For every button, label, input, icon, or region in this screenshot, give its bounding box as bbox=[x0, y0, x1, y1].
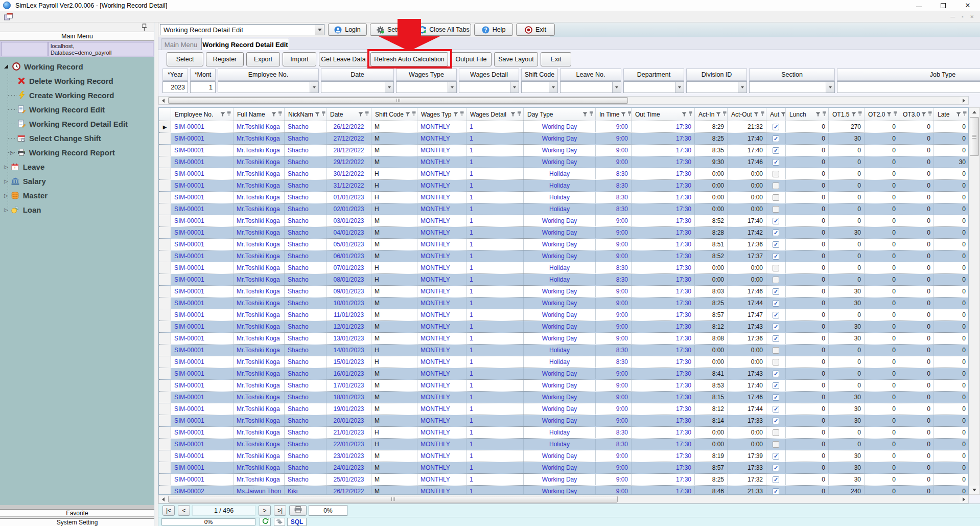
row-selector[interactable] bbox=[159, 415, 171, 426]
row-selector[interactable] bbox=[159, 262, 171, 273]
auto-checkbox[interactable]: ✓ bbox=[773, 465, 779, 471]
auto-checkbox[interactable] bbox=[773, 171, 779, 177]
row-selector[interactable] bbox=[159, 439, 171, 450]
table-row[interactable]: SIM-00001Mr.Toshiki KogaShacho20/01/2023… bbox=[159, 415, 968, 427]
table-row[interactable]: SIM-00001Mr.Toshiki KogaShacho08/01/2023… bbox=[159, 274, 968, 286]
tab-working-record-detail-edit[interactable]: Working Record Detail Edit bbox=[201, 38, 289, 51]
funnel-icon[interactable] bbox=[453, 111, 458, 118]
table-row[interactable]: SIM-00001Mr.Toshiki KogaShacho17/01/2023… bbox=[159, 380, 968, 392]
scrollbar-thumb[interactable] bbox=[970, 117, 979, 156]
auto-checkbox[interactable]: ✓ bbox=[773, 124, 779, 130]
scroll-down-arrow[interactable] bbox=[969, 486, 979, 494]
tree-expander-collapsed[interactable]: ▷ bbox=[4, 193, 8, 198]
column-header-in-time[interactable]: In Time bbox=[596, 108, 632, 121]
column-header-ot2-0[interactable]: OT2.0 bbox=[865, 108, 899, 121]
table-row[interactable]: SIM-00001Mr.Toshiki KogaShacho11/01/2023… bbox=[159, 309, 968, 321]
pin-col-icon[interactable] bbox=[227, 111, 231, 118]
funnel-icon[interactable] bbox=[781, 111, 786, 118]
row-selector[interactable] bbox=[159, 474, 171, 485]
row-selector[interactable] bbox=[159, 180, 171, 191]
refresh-status-button[interactable] bbox=[260, 518, 271, 526]
auto-checkbox[interactable] bbox=[773, 359, 779, 365]
funnel-icon[interactable] bbox=[754, 111, 759, 118]
tree-expander-collapsed[interactable]: ▷ bbox=[4, 207, 8, 213]
mdi-minimize-button[interactable]: — bbox=[950, 14, 955, 19]
row-selector[interactable] bbox=[159, 380, 171, 391]
tree-item-salary[interactable]: ▷Salary bbox=[0, 174, 154, 188]
filter-combo-division-id[interactable] bbox=[686, 81, 747, 93]
close-button[interactable]: ✕ bbox=[955, 0, 980, 11]
scroll-right-arrow[interactable] bbox=[960, 495, 968, 503]
auto-checkbox[interactable]: ✓ bbox=[773, 371, 779, 377]
table-row[interactable]: SIM-00001Mr.Toshiki KogaShacho24/01/2023… bbox=[159, 462, 968, 474]
auto-checkbox[interactable]: ✓ bbox=[773, 488, 779, 495]
column-header-out-time[interactable]: Out Time bbox=[632, 108, 695, 121]
pin-col-icon[interactable] bbox=[928, 111, 932, 118]
scrollbar-thumb[interactable] bbox=[168, 496, 618, 502]
auto-checkbox[interactable] bbox=[773, 194, 779, 201]
table-row[interactable]: SIM-00001Mr.Toshiki KogaShacho01/01/2023… bbox=[159, 192, 968, 203]
table-row[interactable]: SIM-00001Mr.Toshiki KogaShacho06/01/2023… bbox=[159, 250, 968, 262]
pin-col-icon[interactable] bbox=[365, 111, 369, 118]
last-page-button[interactable]: >| bbox=[274, 505, 286, 516]
column-header-ot1-5[interactable]: OT1.5 bbox=[829, 108, 865, 121]
table-row[interactable]: SIM-00001Mr.Toshiki KogaShacho19/01/2023… bbox=[159, 403, 968, 415]
funnel-icon[interactable] bbox=[271, 111, 276, 118]
auto-checkbox[interactable]: ✓ bbox=[773, 159, 779, 166]
login-button[interactable]: Login bbox=[328, 24, 367, 36]
auto-checkbox[interactable]: ✓ bbox=[773, 382, 779, 389]
tab-main-menu[interactable]: Main Menu bbox=[161, 38, 200, 50]
import-button[interactable]: Import bbox=[283, 52, 316, 66]
funnel-icon[interactable] bbox=[851, 111, 856, 118]
table-row[interactable]: SIM-00001Mr.Toshiki KogaShacho29/12/2022… bbox=[159, 156, 968, 168]
pin-col-icon[interactable] bbox=[760, 111, 765, 118]
filter-horizontal-scrollbar[interactable] bbox=[158, 96, 969, 105]
table-row[interactable]: SIM-00001Mr.Toshiki KogaShacho30/12/2022… bbox=[159, 168, 968, 180]
table-row[interactable]: SIM-00001Mr.Toshiki KogaShacho18/01/2023… bbox=[159, 392, 968, 403]
filter-combo-wages-detail[interactable] bbox=[459, 81, 519, 93]
sidebar-splitter[interactable] bbox=[0, 505, 154, 509]
row-selector[interactable] bbox=[159, 450, 171, 462]
sql-button[interactable]: SQL bbox=[287, 518, 307, 526]
auto-checkbox[interactable]: ✓ bbox=[773, 300, 779, 307]
tree-expander-collapsed[interactable]: ▷ bbox=[10, 150, 14, 155]
row-selector[interactable] bbox=[159, 274, 171, 285]
export-button[interactable]: Export bbox=[246, 52, 280, 66]
filter-input--year[interactable]: 2023 bbox=[162, 81, 188, 93]
column-header-act-out[interactable]: Act-Out bbox=[728, 108, 766, 121]
prev-page-button[interactable]: < bbox=[178, 505, 190, 516]
auto-checkbox[interactable]: ✓ bbox=[773, 135, 779, 142]
funnel-icon[interactable] bbox=[510, 111, 516, 118]
row-selector[interactable] bbox=[159, 486, 171, 494]
row-selector[interactable] bbox=[159, 309, 171, 321]
row-selector[interactable] bbox=[159, 356, 171, 368]
pin-col-icon[interactable] bbox=[412, 111, 416, 118]
mdi-close-button[interactable]: ✕ bbox=[970, 14, 974, 19]
row-selector[interactable] bbox=[159, 203, 171, 215]
row-selector[interactable] bbox=[159, 427, 171, 438]
column-header-ot3-0[interactable]: OT3.0 bbox=[899, 108, 934, 121]
combo-dropdown-button[interactable] bbox=[315, 25, 324, 35]
funnel-icon[interactable] bbox=[621, 111, 626, 118]
table-row[interactable]: SIM-00001Mr.Toshiki KogaShacho10/01/2023… bbox=[159, 298, 968, 309]
column-header-lunch[interactable]: Lunch bbox=[786, 108, 829, 121]
minimize-button[interactable] bbox=[906, 0, 931, 11]
next-page-button[interactable]: > bbox=[259, 505, 271, 516]
chevron-down-icon[interactable] bbox=[448, 82, 456, 93]
tree-item-create-working-record[interactable]: Create Working Record bbox=[0, 88, 154, 102]
pin-col-icon[interactable] bbox=[688, 111, 693, 118]
tree-item-delete-working-record[interactable]: Delete Working Record bbox=[0, 74, 154, 88]
auto-checkbox[interactable] bbox=[773, 429, 779, 436]
funnel-icon[interactable] bbox=[582, 111, 588, 118]
auto-checkbox[interactable] bbox=[773, 182, 779, 189]
row-selector[interactable] bbox=[159, 145, 171, 156]
help-button[interactable]: ?Help bbox=[474, 24, 513, 36]
auto-checkbox[interactable] bbox=[773, 277, 779, 283]
funnel-icon[interactable] bbox=[716, 111, 721, 118]
column-header-late[interactable]: Late bbox=[934, 108, 969, 121]
row-selector[interactable] bbox=[159, 298, 171, 309]
pin-col-icon[interactable] bbox=[321, 111, 326, 118]
chevron-down-icon[interactable] bbox=[310, 82, 318, 93]
auto-checkbox[interactable] bbox=[773, 347, 779, 354]
scroll-left-arrow[interactable] bbox=[159, 97, 168, 104]
